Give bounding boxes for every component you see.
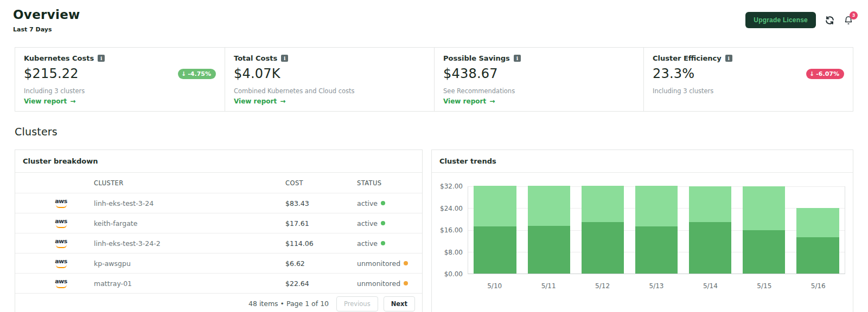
cluster-trends-chart: $32.00 $24.00 $16.00 $8.00 $0.00: [432, 173, 853, 278]
topbar-actions: Upgrade License 3: [745, 12, 853, 28]
aws-provider-icon: aws: [28, 239, 94, 248]
clusters-panels: Cluster breakdown CLUSTER COST STATUS aw…: [15, 150, 853, 312]
card-subtext: Combined Kubernetes and Cloud costs: [234, 87, 425, 95]
aws-provider-icon: aws: [28, 279, 94, 288]
x-tick-label: 5/11: [521, 282, 575, 290]
y-tick-label: $16.00: [440, 226, 463, 234]
trend-down-badge: ↓ -4.75%: [178, 69, 216, 79]
cluster-name: mattray-01: [94, 280, 285, 288]
lower-cost-segment: [474, 226, 516, 274]
card-subtext: Including 3 clusters: [653, 87, 844, 95]
view-report-link[interactable]: View report→: [443, 98, 495, 105]
card-value: $438.67: [443, 66, 498, 81]
cluster-status: unmonitored: [357, 259, 422, 268]
status-dot-icon: [381, 221, 385, 225]
cluster-cost: $17.61: [285, 219, 357, 227]
cluster-status: active: [357, 239, 422, 248]
table-pagination: 48 items • Page 1 of 10 Previous Next: [15, 294, 422, 312]
card-label: Cluster Efficiency: [653, 54, 722, 62]
cluster-breakdown-panel: Cluster breakdown CLUSTER COST STATUS aw…: [15, 150, 423, 312]
previous-page-button[interactable]: Previous: [336, 296, 378, 311]
cluster-trends-title: Cluster trends: [432, 150, 853, 173]
top-bar: Overview Last 7 Days Upgrade License 3: [0, 0, 868, 33]
card-kubernetes-costs: Kubernetes Costs i $215.22 ↓ -4.75% Incl…: [15, 48, 225, 111]
x-tick-label: 5/16: [792, 282, 845, 290]
chart-x-labels: 5/105/115/125/135/145/155/16: [468, 282, 845, 290]
page-subtitle: Last 7 Days: [13, 26, 80, 33]
lower-cost-segment: [743, 230, 785, 274]
aws-provider-icon: aws: [28, 199, 94, 208]
table-header-row: CLUSTER COST STATUS: [15, 173, 422, 193]
card-value: $215.22: [24, 66, 79, 81]
column-header-cluster: CLUSTER: [94, 179, 285, 187]
x-tick-label: 5/10: [468, 282, 521, 290]
pagination-summary: 48 items • Page 1 of 10: [248, 300, 329, 308]
cluster-cost: $6.62: [285, 259, 357, 268]
y-tick-label: $24.00: [440, 205, 463, 212]
status-dot-icon: [404, 281, 408, 285]
arrow-right-icon: →: [280, 98, 285, 105]
cluster-status: active: [357, 199, 422, 207]
cluster-name: linh-eks-test-3-24-2: [94, 239, 285, 248]
card-label: Kubernetes Costs: [24, 54, 94, 62]
info-icon[interactable]: i: [281, 55, 288, 62]
bar-5/14: [684, 186, 737, 274]
info-icon[interactable]: i: [514, 55, 521, 62]
view-report-link[interactable]: View report→: [24, 98, 75, 105]
page-header: Overview Last 7 Days: [13, 8, 80, 33]
x-tick-label: 5/13: [629, 282, 683, 290]
next-page-button[interactable]: Next: [384, 296, 415, 311]
notifications-bell-icon[interactable]: 3: [844, 15, 853, 25]
chart-plot: [468, 186, 845, 274]
cluster-cost: $22.64: [285, 280, 357, 288]
aws-provider-icon: aws: [28, 259, 94, 268]
cluster-trends-panel: Cluster trends $32.00 $24.00 $16.00 $8.0…: [431, 150, 853, 312]
cluster-cost: $83.43: [285, 199, 357, 207]
view-report-link[interactable]: View report→: [234, 98, 285, 105]
upper-cost-segment: [528, 186, 570, 226]
refresh-icon[interactable]: [825, 15, 835, 25]
upper-cost-segment: [796, 208, 839, 237]
bar-5/12: [576, 186, 629, 274]
table-row[interactable]: aws mattray-01 $22.64 unmonitored: [15, 274, 422, 294]
upper-cost-segment: [689, 186, 731, 222]
clusters-section-title: Clusters: [15, 126, 868, 138]
status-dot-icon: [381, 241, 385, 245]
stat-cards: Kubernetes Costs i $215.22 ↓ -4.75% Incl…: [15, 47, 853, 112]
bar-5/11: [522, 186, 576, 274]
upgrade-license-button[interactable]: Upgrade License: [745, 12, 816, 28]
column-header-status: STATUS: [357, 179, 422, 187]
card-total-costs: Total Costs i $4.07K Combined Kubernetes…: [225, 48, 434, 111]
bar-5/10: [468, 186, 522, 274]
lower-cost-segment: [689, 222, 731, 274]
y-tick-label: $8.00: [444, 249, 463, 256]
card-label: Possible Savings: [443, 54, 510, 62]
bar-5/16: [791, 186, 845, 274]
x-tick-label: 5/12: [576, 282, 629, 290]
aws-provider-icon: aws: [28, 219, 94, 228]
info-icon[interactable]: i: [98, 55, 105, 62]
table-row[interactable]: aws kp-awsgpu $6.62 unmonitored: [15, 253, 422, 274]
cluster-cost: $114.06: [285, 239, 357, 248]
arrow-right-icon: →: [70, 98, 75, 105]
table-row[interactable]: aws keith-fargate $17.61 active: [15, 213, 422, 233]
table-row[interactable]: aws linh-eks-test-3-24-2 $114.06 active: [15, 233, 422, 253]
card-label: Total Costs: [234, 54, 277, 62]
y-tick-label: $32.00: [440, 183, 463, 190]
card-cluster-efficiency: Cluster Efficiency i 23.3% ↓ -6.07% Incl…: [643, 48, 853, 111]
bar-5/15: [737, 186, 791, 274]
upper-cost-segment: [743, 186, 785, 230]
upper-cost-segment: [474, 186, 516, 226]
cluster-status: active: [357, 219, 422, 227]
card-value: $4.07K: [234, 66, 280, 81]
card-possible-savings: Possible Savings i $438.67 See Recommend…: [434, 48, 643, 111]
x-tick-label: 5/14: [684, 282, 737, 290]
table-row[interactable]: aws linh-eks-test-3-24 $83.43 active: [15, 193, 422, 213]
status-dot-icon: [404, 261, 408, 265]
info-icon[interactable]: i: [725, 55, 732, 62]
lower-cost-segment: [796, 237, 839, 274]
card-value: 23.3%: [653, 66, 694, 81]
cluster-name: linh-eks-test-3-24: [94, 199, 285, 207]
bar-5/13: [629, 186, 683, 274]
lower-cost-segment: [528, 226, 570, 274]
